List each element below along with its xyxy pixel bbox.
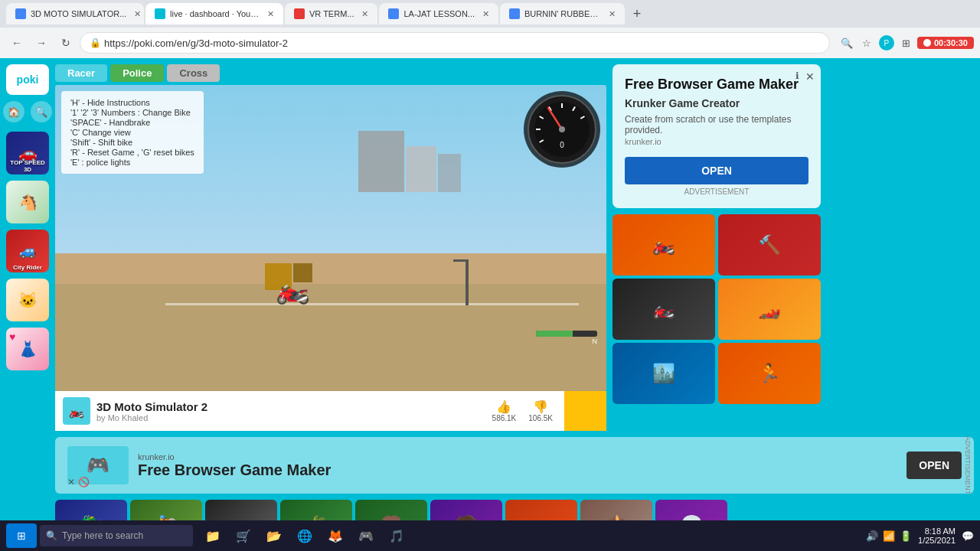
taskbar-volume-icon[interactable]: 🔊 [866, 530, 878, 542]
taskbar-app-store[interactable]: 🛒 [230, 522, 257, 549]
advertisement-label: ADVERTISEMENT [625, 187, 808, 196]
instruction-6: 'R' - Reset Game , 'G' reset bikes [70, 148, 194, 157]
main-content: Racer Police Cross [55, 58, 980, 551]
health-bar [536, 331, 597, 337]
reload-button[interactable]: ↻ [55, 32, 77, 54]
sidebar-game-1[interactable]: 🚗 TOP SPEED3D [6, 132, 49, 174]
taskbar-network-icon[interactable]: 📶 [883, 530, 895, 542]
ad-close-button[interactable]: ✕ [805, 70, 815, 83]
tab-favicon-2 [155, 8, 165, 19]
instruction-5: 'Shift' - Shift bike [70, 138, 194, 147]
like-button[interactable]: 👍 586.1K [492, 399, 517, 422]
banner-ad-open-button[interactable]: OPEN [906, 452, 962, 479]
banner-close-x-icon[interactable]: ✕ [67, 477, 75, 487]
sidebar-search-icon[interactable]: 🔍 [31, 101, 52, 122]
ad-info-icon[interactable]: ℹ [795, 70, 799, 81]
sidebar-game-2-emoji: 🐴 [18, 193, 38, 211]
new-tab-button[interactable]: + [626, 3, 648, 24]
taskbar-app-game[interactable]: 🎮 [352, 522, 380, 549]
sidebar-game-3[interactable]: 🚙 City Rider [6, 230, 49, 272]
bookmark-star-icon[interactable]: ☆ [859, 35, 874, 51]
racer-tab[interactable]: Racer [55, 64, 107, 82]
banner-ad-content: krunker.io Free Browser Game Maker [138, 452, 897, 479]
sidebar-game-4[interactable]: 🐱 [6, 279, 49, 321]
record-time: 00:30:30 [934, 38, 968, 47]
banner-close-area: ✕ 🚫 [67, 477, 90, 487]
taskbar-app-files[interactable]: 📁 [199, 522, 227, 549]
tab-3[interactable]: VR TERM... ✕ [285, 3, 377, 24]
address-bar[interactable]: 🔒 https://poki.com/en/g/3d-moto-simulato… [80, 32, 830, 54]
ad-card-title: Free Browser Game Maker [625, 77, 808, 93]
right-game-5[interactable]: 🏙️ [612, 343, 715, 404]
extensions-icon[interactable]: ⊞ [899, 35, 914, 51]
banner-ad-mark-icon[interactable]: 🚫 [78, 477, 90, 487]
banner-ad-site: krunker.io [138, 452, 897, 461]
cross-tab[interactable]: Cross [167, 64, 220, 82]
speedometer-svg: 0 [525, 93, 599, 166]
tab-2[interactable]: live · dashboard · You can find serv... … [145, 3, 283, 24]
instruction-3: 'SPACE' - Handbrake [70, 118, 194, 127]
right-game-1-thumb: 🏍️ [612, 214, 715, 276]
road [55, 284, 606, 391]
right-game-3[interactable]: 🏍️ [612, 279, 715, 340]
taskbar-app-settings[interactable]: 🎵 [383, 522, 410, 549]
right-game-2[interactable]: 🔨 [718, 214, 821, 276]
sidebar-game-2[interactable]: 🐴 [6, 181, 49, 223]
game-title-block: 3D Moto Simulator 2 by Mo Khaled [96, 400, 207, 422]
right-game-4[interactable]: 🏎️ [718, 279, 821, 340]
tab-4[interactable]: LA-JAT LESSON... ✕ [379, 3, 498, 24]
taskbar: ⊞ 🔍 Type here to search 📁 🛒 📂 🌐 🦊 🎮 🎵 🔊 … [0, 520, 980, 551]
buildings [358, 131, 461, 192]
right-game-1[interactable]: 🏍️ [612, 214, 715, 276]
tab-label-2: live · dashboard · You can find serv... [170, 9, 260, 18]
sidebar-game-1-label: TOP SPEED3D [6, 159, 49, 173]
right-sidebar: ℹ ✕ Free Browser Game Maker Krunker Game… [612, 64, 827, 431]
right-game-6[interactable]: 🏃 [718, 343, 821, 404]
tab-close-4[interactable]: ✕ [482, 9, 489, 19]
game-viewport[interactable]: 🏍️ 'H' - Hide Instructions '1' '2' '3' N… [55, 85, 606, 391]
poki-logo[interactable]: poki [6, 64, 49, 95]
instruction-4: 'C' Change view [70, 128, 194, 137]
banner-ad: 🎮 krunker.io Free Browser Game Maker OPE… [55, 437, 974, 494]
speedometer: 0 [524, 91, 600, 168]
tab-label-4: LA-JAT LESSON... [403, 9, 475, 18]
left-sidebar: poki 🏠 🔍 🚗 TOP SPEED3D 🐴 🚙 City Rider 🐱 … [0, 58, 55, 551]
taskbar-time[interactable]: 8:18 AM 1/25/2021 [918, 527, 956, 545]
taskbar-app-firefox[interactable]: 🦊 [322, 522, 349, 549]
tab-close-2[interactable]: ✕ [267, 9, 274, 19]
police-tab[interactable]: Police [110, 64, 164, 82]
back-button[interactable]: ← [6, 32, 28, 54]
right-game-5-thumb: 🏙️ [612, 343, 715, 404]
right-game-4-thumb: 🏎️ [718, 279, 821, 340]
health-fill [536, 331, 573, 337]
taskbar-notification-icon[interactable]: 💬 [962, 530, 974, 542]
start-button[interactable]: ⊞ [6, 523, 37, 548]
tab-close-3[interactable]: ✕ [361, 9, 368, 19]
sidebar-game-3-emoji: 🚙 [19, 243, 36, 259]
taskbar-right: 🔊 📶 🔋 8:18 AM 1/25/2021 💬 [866, 527, 974, 545]
building-3 [438, 154, 461, 192]
instruction-7: 'E' : police lights [70, 158, 194, 167]
forward-button[interactable]: → [31, 32, 52, 54]
right-game-6-thumb: 🏃 [718, 343, 821, 404]
dislike-button[interactable]: 👎 106.5K [528, 399, 553, 422]
ad-open-button[interactable]: OPEN [625, 157, 808, 184]
tab-close-5[interactable]: ✕ [609, 9, 616, 19]
taskbar-search[interactable]: 🔍 Type here to search [40, 525, 193, 546]
record-badge: 00:30:30 [917, 37, 974, 49]
health-container: N [536, 331, 597, 345]
tab-1[interactable]: 3D MOTO SIMULATOR... ✕ [6, 3, 144, 24]
instruction-2: '1' '2' '3' Numbers : Change Bike [70, 108, 194, 117]
tab-5[interactable]: BURNIN' RUBBER 5 XS - Play B... ✕ [500, 3, 625, 24]
home-icon[interactable]: 🏠 [3, 101, 24, 122]
lamppost [466, 259, 469, 305]
tab-favicon-1 [15, 8, 26, 19]
taskbar-app-folder[interactable]: 📂 [260, 522, 288, 549]
sidebar-game-5[interactable]: 👗 ♥ [6, 328, 49, 370]
poki-nav-icon[interactable]: P [879, 35, 894, 51]
dislike-count: 106.5K [528, 414, 553, 422]
taskbar-app-browser1[interactable]: 🌐 [291, 522, 318, 549]
taskbar-battery-icon[interactable]: 🔋 [900, 530, 912, 542]
tab-close-1[interactable]: ✕ [134, 9, 141, 19]
search-icon[interactable]: 🔍 [839, 35, 854, 51]
